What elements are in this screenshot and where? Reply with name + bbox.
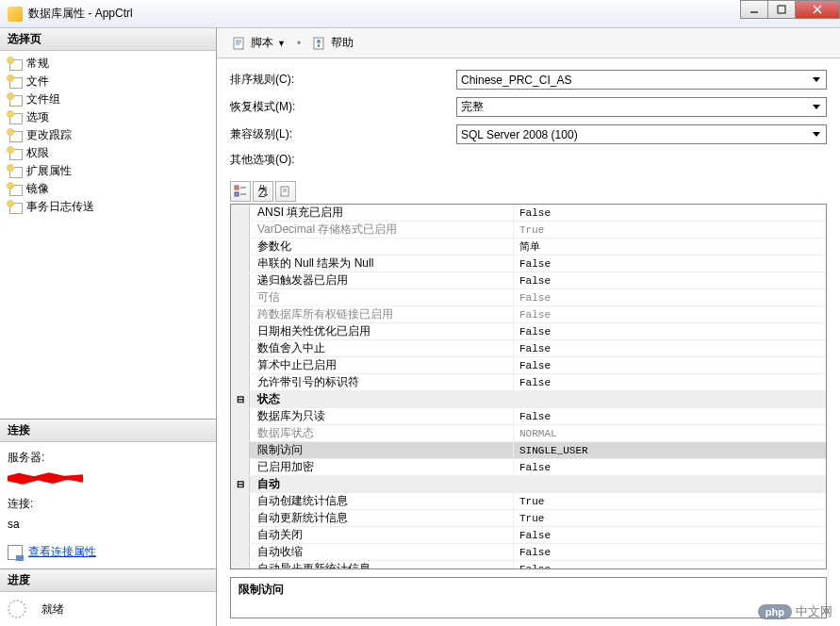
expand-toggle-icon <box>231 442 250 458</box>
nav-label: 文件组 <box>26 91 60 107</box>
grid-category[interactable]: ⊟自动 <box>231 476 826 493</box>
nav-item-mirroring[interactable]: 镜像 <box>0 180 216 198</box>
grid-row[interactable]: 数据库为只读False <box>231 408 826 425</box>
nav-item-filegroups[interactable]: 文件组 <box>0 91 216 108</box>
grid-row[interactable]: 算术中止已启用False <box>231 357 826 374</box>
prop-value[interactable]: False <box>514 374 826 390</box>
prop-value[interactable]: False <box>514 205 826 221</box>
prop-value[interactable]: SINGLE_USER <box>514 442 826 458</box>
grid-row[interactable]: 自动创建统计信息True <box>231 493 826 510</box>
compat-select[interactable]: SQL Server 2008 (100) <box>456 124 827 144</box>
maximize-button[interactable] <box>767 0 796 19</box>
view-conn-props[interactable]: 查看连接属性 <box>8 542 208 563</box>
nav-item-changetracking[interactable]: 更改跟踪 <box>0 126 216 144</box>
nav-item-logshipping[interactable]: 事务日志传送 <box>0 198 216 216</box>
script-label: 脚本 <box>251 35 273 51</box>
prop-value[interactable]: True <box>514 222 826 238</box>
expand-toggle-icon <box>231 357 250 373</box>
expand-toggle-icon <box>231 289 250 305</box>
expand-toggle-icon <box>231 527 250 543</box>
alphabetical-button[interactable]: AZ <box>253 181 273 202</box>
grid-row[interactable]: 自动异步更新统计信息False <box>231 561 826 569</box>
prop-value[interactable]: False <box>514 272 826 288</box>
expand-toggle-icon <box>231 408 250 424</box>
prop-value[interactable]: False <box>514 561 826 569</box>
grid-category[interactable]: ⊟状态 <box>231 391 826 408</box>
nav-label: 镜像 <box>26 181 49 197</box>
grid-row[interactable]: 自动更新统计信息True <box>231 510 826 527</box>
prop-value[interactable]: NORMAL <box>514 425 826 441</box>
expand-toggle-icon <box>231 374 250 390</box>
prop-value[interactable]: False <box>514 544 826 560</box>
grid-row[interactable]: 串联的 Null 结果为 NullFalse <box>231 255 826 272</box>
help-icon <box>312 36 327 51</box>
server-value <box>8 469 208 489</box>
expand-toggle-icon[interactable]: ⊟ <box>231 391 250 407</box>
progress-status: 就绪 <box>41 601 64 618</box>
watermark: php 中文网 <box>758 603 832 620</box>
nav-item-general[interactable]: 常规 <box>0 55 216 73</box>
close-button[interactable] <box>795 0 840 19</box>
grid-row[interactable]: 数据库状态NORMAL <box>231 425 826 442</box>
prop-value[interactable]: False <box>514 306 826 322</box>
prop-value[interactable]: False <box>514 255 826 272</box>
nav-item-permissions[interactable]: 权限 <box>0 144 216 162</box>
grid-row[interactable]: 允许带引号的标识符False <box>231 374 826 391</box>
svg-rect-9 <box>235 192 239 196</box>
spinner-icon <box>8 600 26 618</box>
minimize-button[interactable] <box>740 0 768 19</box>
prop-value[interactable]: False <box>514 289 826 305</box>
connection-header: 连接 <box>0 420 216 442</box>
grid-row[interactable]: 已启用加密False <box>231 459 826 476</box>
svg-rect-7 <box>318 44 320 47</box>
page-icon <box>8 183 23 196</box>
expand-toggle-icon <box>231 205 250 221</box>
prop-value[interactable]: False <box>514 323 826 339</box>
compat-label: 兼容级别(L): <box>230 126 456 142</box>
prop-name: 跨数据库所有权链接已启用 <box>250 306 514 322</box>
prop-value[interactable]: 简单 <box>514 239 826 255</box>
property-grid[interactable]: ANSI 填充已启用FalseVarDecimal 存储格式已启用True参数化… <box>230 204 827 569</box>
grid-row[interactable]: ANSI 填充已启用False <box>231 205 826 222</box>
prop-value[interactable]: False <box>514 357 826 373</box>
grid-row[interactable]: 日期相关性优化已启用False <box>231 323 826 340</box>
prop-value[interactable]: False <box>514 408 826 424</box>
properties-icon <box>8 545 23 560</box>
window-title: 数据库属性 - AppCtrl <box>28 6 133 22</box>
categorized-button[interactable] <box>230 181 251 202</box>
grid-row[interactable]: 数值舍入中止False <box>231 340 826 357</box>
page-icon <box>8 165 23 178</box>
titlebar: 数据库属性 - AppCtrl <box>0 0 840 28</box>
nav-label: 常规 <box>26 56 49 72</box>
grid-row[interactable]: 参数化简单 <box>231 239 826 255</box>
expand-toggle-icon <box>231 323 250 339</box>
prop-name: 已启用加密 <box>250 459 514 475</box>
grid-row[interactable]: 可信False <box>231 289 826 306</box>
grid-row[interactable]: 自动收缩False <box>231 544 826 561</box>
help-button[interactable]: 帮助 <box>306 33 359 53</box>
prop-value[interactable]: True <box>514 493 826 509</box>
expand-toggle-icon[interactable]: ⊟ <box>231 476 250 492</box>
collation-select[interactable]: Chinese_PRC_CI_AS <box>456 70 827 90</box>
page-icon <box>8 111 23 124</box>
nav-item-options[interactable]: 选项 <box>0 108 216 126</box>
prop-name: 允许带引号的标识符 <box>250 374 514 390</box>
property-pages-button[interactable] <box>275 181 296 202</box>
page-icon <box>8 58 23 71</box>
view-conn-props-link[interactable]: 查看连接属性 <box>28 542 96 563</box>
grid-row[interactable]: VarDecimal 存储格式已启用True <box>231 222 826 239</box>
prop-value[interactable]: False <box>514 340 826 356</box>
grid-row[interactable]: 自动关闭False <box>231 527 826 544</box>
grid-row[interactable]: 跨数据库所有权链接已启用False <box>231 306 826 323</box>
prop-value[interactable]: True <box>514 510 826 526</box>
expand-toggle-icon <box>231 510 250 526</box>
grid-row[interactable]: 递归触发器已启用False <box>231 272 826 289</box>
script-button[interactable]: 脚本 ▼ <box>226 33 291 53</box>
nav-item-files[interactable]: 文件 <box>0 73 216 91</box>
prop-value[interactable]: False <box>514 527 826 543</box>
prop-value[interactable]: False <box>514 459 826 475</box>
recovery-select[interactable]: 完整 <box>456 97 827 117</box>
grid-row[interactable]: 限制访问SINGLE_USER <box>231 442 826 459</box>
description-title: 限制访问 <box>239 582 818 598</box>
nav-item-extendedprops[interactable]: 扩展属性 <box>0 162 216 180</box>
